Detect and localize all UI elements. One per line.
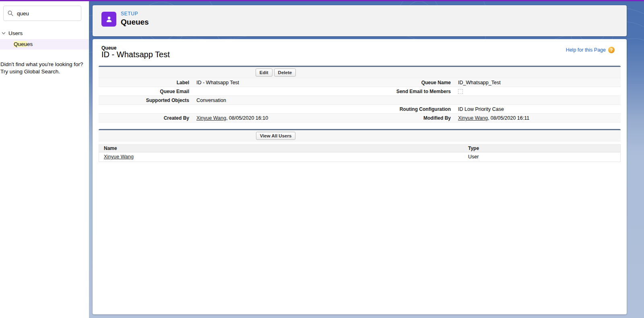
queue-members-section: View All Users Name Type Xinyue Wang Use… <box>99 129 621 162</box>
field-label: Queue Email <box>99 87 189 96</box>
help-icon[interactable]: ? <box>608 47 615 53</box>
sidebar-item-users[interactable]: Users <box>0 29 89 37</box>
search-input[interactable] <box>17 10 69 17</box>
queue-detail-section: Edit Delete Label ID - Whatsapp Test Que… <box>99 66 621 123</box>
edit-button[interactable]: Edit <box>256 69 272 77</box>
users-object-icon <box>101 12 116 27</box>
member-name-link[interactable]: Xinyue Wang <box>104 154 134 160</box>
record-title: ID - Whatsapp Test <box>101 50 170 59</box>
member-name-cell: Xinyue Wang <box>99 152 463 162</box>
field-value: Xinyue Wang, 08/05/2020 16:11 <box>458 114 621 123</box>
field-label: Routing Configuration <box>356 105 451 114</box>
delete-button[interactable]: Delete <box>274 69 296 77</box>
field-value: Conversation <box>196 96 349 105</box>
setup-eyebrow: SETUP <box>121 11 149 17</box>
field-value <box>196 105 349 114</box>
field-label: Send Email to Members <box>356 87 451 96</box>
modified-by-user-link[interactable]: Xinyue Wang <box>458 115 488 121</box>
detail-button-row: Edit Delete <box>99 67 621 78</box>
search-match-highlight: Queu <box>14 41 27 47</box>
global-search-hint: Didn't find what you're looking for? Try… <box>0 61 87 75</box>
detail-row: Queue Email Send Email to Members <box>99 87 621 96</box>
created-by-user-link[interactable]: Xinyue Wang <box>196 115 226 121</box>
quick-find-search[interactable] <box>3 6 81 21</box>
field-value: ID Low Priority Case <box>458 105 621 114</box>
detail-row: Routing Configuration ID Low Priority Ca… <box>99 105 621 114</box>
field-label <box>99 105 189 114</box>
help-link-label: Help for this Page <box>566 47 606 53</box>
table-row: Xinyue Wang User <box>99 152 620 162</box>
send-email-to-members-checkbox <box>458 89 463 94</box>
field-value: Xinyue Wang, 08/05/2020 16:10 <box>196 114 349 123</box>
members-table: Name Type Xinyue Wang User <box>99 144 621 162</box>
global-search-hint-line1: Didn't find what you're looking for? <box>0 61 87 68</box>
setup-page: Users Queues Didn't find what you're loo… <box>0 0 644 318</box>
detail-row: Label ID - Whatsapp Test Queue Name ID_W… <box>99 78 621 87</box>
detail-row: Supported Objects Conversation <box>99 96 621 105</box>
member-type-cell: User <box>463 152 620 162</box>
created-date: , 08/05/2020 16:10 <box>226 115 268 121</box>
field-value <box>458 87 621 96</box>
field-value: ID_Whatsapp_Test <box>458 78 621 87</box>
field-value <box>196 87 349 96</box>
page-title: Queues <box>121 18 149 27</box>
field-label: Label <box>99 78 189 87</box>
header-text: SETUP Queues <box>121 11 149 27</box>
search-match-rest: es <box>27 41 33 47</box>
queue-detail-card: Queue ID - Whatsapp Test Help for this P… <box>93 39 627 314</box>
chevron-down-icon <box>2 32 6 35</box>
column-header-name: Name <box>99 145 463 152</box>
setup-header-card: SETUP Queues <box>93 5 627 36</box>
sidebar-item-queues[interactable]: Queues <box>0 39 89 50</box>
brand-top-bar <box>0 0 644 1</box>
members-table-header: Name Type <box>99 145 620 152</box>
members-button-row: View All Users <box>99 130 621 141</box>
search-icon <box>8 10 13 16</box>
field-value: ID - Whatsapp Test <box>196 78 349 87</box>
help-for-this-page-link[interactable]: Help for this Page ? <box>566 47 615 53</box>
view-all-users-button[interactable]: View All Users <box>256 132 296 140</box>
global-search-hint-line2: Try using Global Search. <box>0 68 87 75</box>
modified-date: , 08/05/2020 16:11 <box>488 115 529 121</box>
sidebar-item-label: Users <box>8 30 23 36</box>
setup-sidebar: Users Queues Didn't find what you're loo… <box>0 1 89 318</box>
field-value <box>458 96 621 105</box>
field-label: Queue Name <box>356 78 451 87</box>
detail-row: Created By Xinyue Wang, 08/05/2020 16:10… <box>99 114 621 123</box>
person-icon <box>105 15 114 24</box>
field-label: Created By <box>99 114 189 123</box>
column-header-type: Type <box>463 145 620 152</box>
field-label: Modified By <box>356 114 451 123</box>
field-label: Supported Objects <box>99 96 189 105</box>
field-label <box>356 96 451 105</box>
